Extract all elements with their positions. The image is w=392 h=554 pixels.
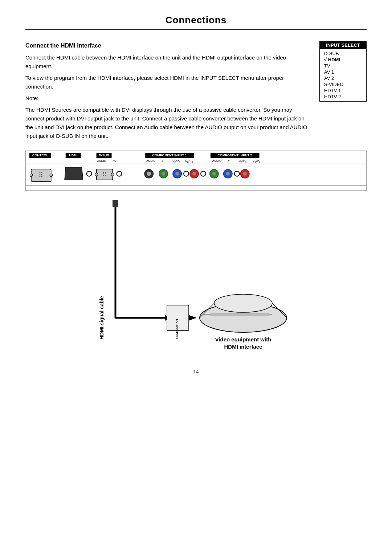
input-select-item-hdtv2: HDTV 2 bbox=[324, 94, 362, 100]
svg-text:CR/PR: CR/PR bbox=[185, 159, 193, 163]
svg-text:AUDIO: AUDIO bbox=[212, 159, 221, 163]
input-select-item-hdtv1: HDTV 1 bbox=[324, 87, 362, 94]
svg-text:HDMI OUTPUT: HDMI OUTPUT bbox=[175, 319, 179, 339]
input-select-item-av2: AV 2 bbox=[324, 75, 362, 81]
svg-text:CB/PB: CB/PB bbox=[239, 159, 246, 163]
svg-text:⠿: ⠿ bbox=[102, 171, 107, 177]
svg-text:Video equipment with: Video equipment with bbox=[215, 336, 271, 342]
paragraph2: To view the program from the HDMI interf… bbox=[25, 74, 309, 91]
svg-point-31 bbox=[117, 171, 122, 176]
paragraph3: The HDMI Sources are compatible with DVI… bbox=[25, 106, 309, 140]
svg-point-48 bbox=[243, 172, 247, 175]
svg-point-29 bbox=[95, 173, 98, 176]
svg-text:HDMI: HDMI bbox=[69, 153, 77, 157]
input-select-item-av1: AV 1 bbox=[324, 69, 362, 75]
svg-text:AUDIO: AUDIO bbox=[97, 159, 106, 163]
title-divider bbox=[25, 29, 367, 30]
svg-text:Y: Y bbox=[228, 159, 230, 163]
connector-panel-svg: CONTROL HDMI D-SUB COMPONENT INPUT 1 COM… bbox=[26, 151, 366, 191]
svg-point-30 bbox=[111, 173, 114, 176]
svg-text:AUDIO: AUDIO bbox=[146, 159, 155, 163]
section-heading: Connect the HDMI Interface bbox=[25, 41, 309, 50]
svg-point-38 bbox=[184, 171, 189, 176]
svg-text:D-SUB: D-SUB bbox=[99, 153, 109, 157]
svg-text:⠿: ⠿ bbox=[38, 171, 43, 178]
svg-point-41 bbox=[201, 171, 206, 176]
svg-text:CR/PR: CR/PR bbox=[253, 159, 261, 163]
input-select-item-dsub: D-SUB bbox=[324, 50, 362, 57]
input-select-header: INPUT SELECT bbox=[320, 41, 366, 49]
input-select-box: INPUT SELECT D-SUB √ HDMI TV AV 1 AV 2 S… bbox=[319, 41, 367, 102]
svg-point-46 bbox=[234, 171, 240, 176]
connector-diagram: CONTROL HDMI D-SUB COMPONENT INPUT 1 COM… bbox=[25, 151, 367, 191]
svg-text:CB/PB: CB/PB bbox=[172, 159, 180, 163]
svg-text:PIC: PIC bbox=[111, 159, 117, 163]
svg-point-24 bbox=[50, 173, 53, 176]
svg-point-40 bbox=[192, 172, 196, 175]
paragraph1: Connect the HDMI cable between the HDMI … bbox=[25, 53, 309, 71]
input-select-items: D-SUB √ HDMI TV AV 1 AV 2 S-VIDEO HDTV 1… bbox=[320, 49, 366, 101]
svg-text:Y: Y bbox=[162, 159, 164, 163]
hdmi-diagram-svg: HDMI signal cable HDMI OUTPUT bbox=[25, 198, 367, 354]
svg-text:COMPONENT INPUT 2: COMPONENT INPUT 2 bbox=[217, 153, 252, 157]
hdmi-diagram: HDMI signal cable HDMI OUTPUT bbox=[25, 198, 367, 354]
svg-text:COMPONENT INPUT 1: COMPONENT INPUT 1 bbox=[152, 153, 187, 157]
input-select-item-tv: TV bbox=[324, 63, 362, 69]
svg-text:CONTROL: CONTROL bbox=[32, 153, 49, 157]
note-label: Note: bbox=[25, 94, 309, 103]
input-select-item-hdmi: √ HDMI bbox=[324, 57, 362, 63]
svg-rect-50 bbox=[113, 200, 118, 207]
input-select-item-svideo: S-VIDEO bbox=[324, 81, 362, 87]
svg-rect-63 bbox=[211, 313, 269, 316]
svg-point-26 bbox=[87, 171, 92, 176]
main-text: Connect the HDMI Interface Connect the H… bbox=[25, 41, 309, 143]
page-number: 14 bbox=[25, 369, 367, 374]
content-section: Connect the HDMI Interface Connect the H… bbox=[25, 41, 367, 143]
page-title: Connections bbox=[25, 15, 367, 26]
svg-point-23 bbox=[30, 173, 33, 176]
svg-point-33 bbox=[147, 171, 151, 176]
svg-point-37 bbox=[175, 172, 179, 175]
svg-marker-25 bbox=[65, 167, 83, 180]
svg-point-35 bbox=[162, 172, 165, 175]
svg-point-45 bbox=[226, 172, 230, 175]
hdmi-cable-label: HDMI signal cable bbox=[99, 296, 105, 340]
svg-point-60 bbox=[214, 294, 272, 312]
svg-text:HDMI interface: HDMI interface bbox=[224, 344, 262, 350]
svg-point-43 bbox=[212, 172, 216, 175]
